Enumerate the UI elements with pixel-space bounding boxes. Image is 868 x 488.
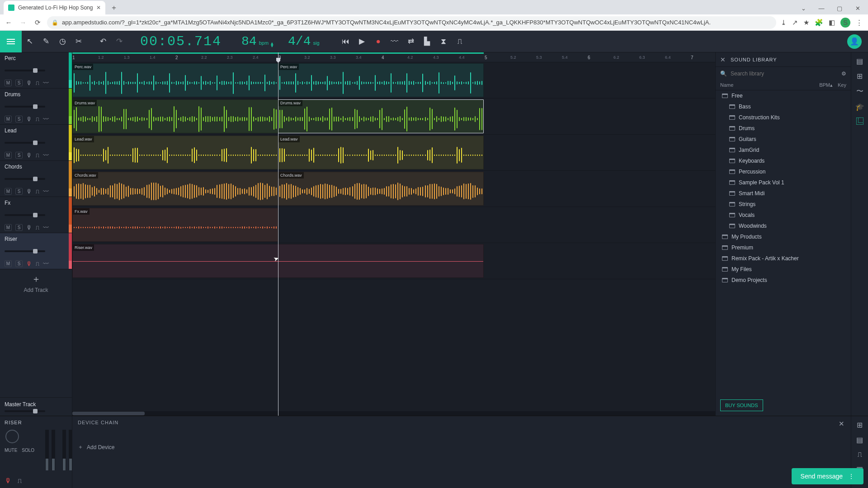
- library-folder[interactable]: Strings: [716, 199, 851, 210]
- bpm-stepper-icon[interactable]: ▴▾: [271, 42, 274, 47]
- rail-ai-icon[interactable]: ⿺: [856, 117, 863, 126]
- col-bpm[interactable]: BPM▴: [815, 82, 833, 88]
- timeline-ruler[interactable]: 11.21.31.422.22.32.433.23.33.444.24.34.4…: [72, 52, 715, 62]
- playhead[interactable]: [278, 52, 278, 416]
- library-search-input[interactable]: [731, 70, 838, 77]
- piano-roll-icon[interactable]: ⎍: [18, 477, 22, 484]
- track-header[interactable]: Drums M S 🎙 ⎍ 〰: [0, 89, 72, 125]
- maximize-icon[interactable]: ▢: [831, 2, 848, 14]
- track-header[interactable]: Riser M S 🎙 ⎍ 〰: [0, 233, 72, 269]
- library-folder[interactable]: Bass: [716, 101, 851, 112]
- devrail-b-icon[interactable]: ▤: [856, 436, 863, 444]
- clip-row[interactable]: Fx.wav: [72, 207, 715, 243]
- skip-start-icon[interactable]: ⏮: [338, 31, 354, 52]
- mute-button[interactable]: M: [5, 152, 12, 159]
- audio-clip[interactable]: Fx.wav: [72, 208, 278, 242]
- mute-button[interactable]: M: [5, 260, 12, 267]
- track-fx-icon[interactable]: ⎍: [36, 260, 39, 267]
- share-icon[interactable]: ↗: [792, 19, 798, 27]
- library-folder[interactable]: Drums: [716, 123, 851, 134]
- col-key[interactable]: Key: [833, 82, 846, 88]
- close-window-icon[interactable]: ✕: [849, 2, 866, 14]
- url-bar[interactable]: 🔒 app.ampedstudio.com/?_gl=1*zkt20c*_ga*…: [47, 16, 776, 29]
- library-folder[interactable]: Keyboards: [716, 155, 851, 166]
- rail-chord-icon[interactable]: 〜: [856, 87, 863, 96]
- undo-icon[interactable]: ↶: [95, 31, 111, 52]
- record-arm-icon[interactable]: 🎙: [26, 224, 32, 231]
- library-folder[interactable]: Guitars: [716, 134, 851, 145]
- menu-icon[interactable]: ⋮: [856, 19, 863, 27]
- buy-sounds-button[interactable]: BUY SOUNDS: [720, 399, 763, 411]
- user-profile-icon[interactable]: 👤: [847, 34, 862, 49]
- library-folder[interactable]: My Files: [716, 264, 851, 275]
- scrollbar-thumb[interactable]: [72, 412, 145, 415]
- audio-clip[interactable]: Lead.wav: [72, 136, 278, 169]
- col-name[interactable]: Name: [720, 82, 815, 88]
- track-fx-icon[interactable]: ⎍: [36, 152, 39, 159]
- clip-row[interactable]: Perc.wavPerc.wav: [72, 62, 715, 99]
- volume-slider[interactable]: [5, 178, 45, 180]
- bookmark-icon[interactable]: ★: [803, 19, 809, 27]
- clip-row[interactable]: Lead.wavLead.wav: [72, 135, 715, 171]
- track-fx-icon[interactable]: ⎍: [36, 188, 39, 195]
- audio-clip[interactable]: Lead.wav: [278, 136, 484, 169]
- play-icon[interactable]: ▶: [354, 31, 370, 52]
- track-header[interactable]: Perc M S 🎙 ⎍ 〰: [0, 52, 72, 89]
- pan-knob[interactable]: [5, 430, 19, 443]
- track-header[interactable]: Chords M S 🎙 ⎍ 〰: [0, 161, 72, 197]
- minimize-icon[interactable]: ―: [813, 2, 830, 14]
- new-tab-button[interactable]: ＋: [108, 2, 120, 14]
- record-arm-icon[interactable]: 🎙: [26, 116, 32, 122]
- side-panel-icon[interactable]: ◧: [829, 19, 835, 27]
- devrail-a-icon[interactable]: ⊞: [857, 421, 863, 429]
- volume-slider[interactable]: [5, 250, 45, 252]
- automation-icon[interactable]: 〰: [43, 188, 49, 195]
- close-device-panel-icon[interactable]: ✕: [839, 420, 844, 428]
- mute-button[interactable]: M: [5, 224, 12, 231]
- library-folder[interactable]: My Products: [716, 231, 851, 242]
- master-volume-slider[interactable]: [5, 410, 45, 412]
- filter-icon[interactable]: ⚙: [841, 70, 846, 77]
- library-folder[interactable]: Woodwinds: [716, 221, 851, 231]
- audio-clip[interactable]: Drums.wav: [278, 99, 484, 133]
- solo-button[interactable]: S: [15, 260, 23, 267]
- library-folder[interactable]: Premium: [716, 242, 851, 253]
- library-folder[interactable]: Smart Midi: [716, 188, 851, 199]
- record-arm-icon[interactable]: 🎙: [5, 477, 11, 484]
- send-message-button[interactable]: Send message: [792, 468, 863, 484]
- record-icon[interactable]: ●: [370, 31, 387, 52]
- install-icon[interactable]: ⤓: [781, 19, 787, 27]
- library-folder[interactable]: Free: [716, 90, 851, 101]
- library-folder[interactable]: Remix Pack - Artik x Kacher: [716, 253, 851, 264]
- devrail-c-icon[interactable]: ⎍: [858, 450, 862, 459]
- redo-icon[interactable]: ↷: [111, 31, 127, 52]
- clip-row[interactable]: Drums.wavDrums.wav: [72, 99, 715, 135]
- record-arm-icon[interactable]: 🎙: [26, 80, 32, 86]
- automation-icon[interactable]: 〰: [43, 260, 49, 267]
- time-tool-icon[interactable]: ◷: [54, 31, 71, 52]
- bpm-display[interactable]: 84 bpm ▴▾: [234, 34, 281, 48]
- record-arm-icon[interactable]: 🎙: [26, 152, 32, 159]
- volume-slider[interactable]: [5, 214, 45, 216]
- solo-button[interactable]: S: [15, 152, 23, 159]
- library-folder[interactable]: Percussion: [716, 166, 851, 177]
- countdown-icon[interactable]: ⧗: [435, 31, 452, 52]
- solo-button[interactable]: S: [15, 116, 23, 122]
- track-fx-icon[interactable]: ⎍: [36, 116, 39, 122]
- audio-clip[interactable]: Chords.wav: [278, 172, 484, 206]
- automation-icon[interactable]: 〰: [43, 224, 49, 231]
- timeline-area[interactable]: 11.21.31.422.22.32.433.23.33.444.24.34.4…: [72, 52, 715, 416]
- volume-slider[interactable]: [5, 70, 45, 71]
- track-header[interactable]: Lead M S 🎙 ⎍ 〰: [0, 125, 72, 161]
- time-display[interactable]: 00:05.714: [127, 34, 234, 49]
- library-folder[interactable]: Construction Kits: [716, 112, 851, 123]
- automation-icon[interactable]: 〰: [43, 152, 49, 159]
- audio-clip[interactable]: Perc.wav: [72, 63, 278, 97]
- rail-grid-icon[interactable]: ⊞: [857, 72, 863, 80]
- profile-avatar[interactable]: S: [840, 18, 850, 28]
- record-arm-icon[interactable]: 🎙: [26, 260, 32, 267]
- rail-browse-icon[interactable]: ▤: [856, 57, 863, 66]
- automation-icon[interactable]: 〰: [387, 31, 403, 52]
- volume-slider[interactable]: [5, 106, 45, 108]
- add-track-button[interactable]: ＋Add Track: [0, 269, 72, 296]
